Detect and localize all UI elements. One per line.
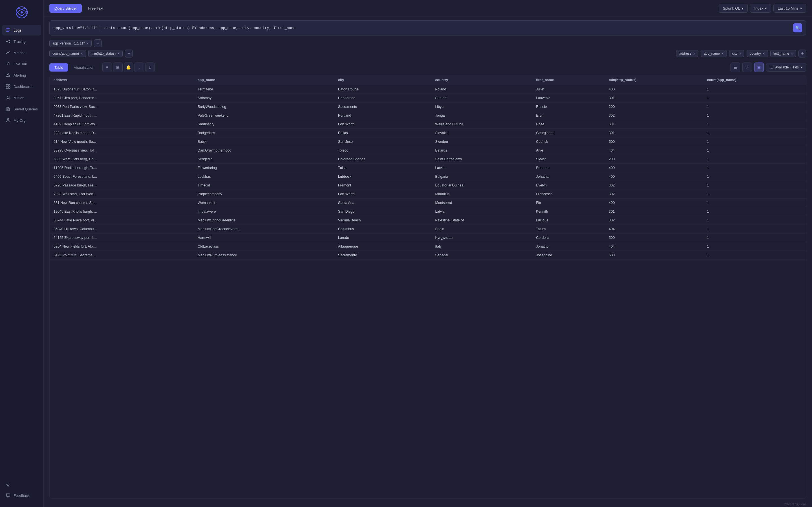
filter-group1-add[interactable]: + [94,40,102,47]
available-fields-button[interactable]: ☰ Available Fields ▾ [766,63,806,71]
bell-icon: 🔔 [126,65,131,69]
sidebar-theme[interactable] [2,480,41,490]
table-row: 5495 Point furt, Sacrame...MediumPurplea… [50,251,806,260]
filter-group3: address × app_name × city × country × fi… [676,50,806,57]
col-header-count-app-name: count(app_name) [703,75,806,85]
sidebar-item-metrics[interactable]: Metrics [2,47,41,58]
table-row: 5204 New Fields furt, Alb...OldLaceclass… [50,242,806,251]
search-submit-button[interactable]: 🔍 [793,23,802,33]
filter-tag-city-close[interactable]: × [739,52,741,55]
table-toolbar: Table Visualization ≡ ⊞ 🔔 ↓ [49,60,806,75]
available-fields-label: Available Fields [775,65,799,69]
free-text-button[interactable]: Free Text [83,4,108,13]
sidebar-item-my-org-label: My Org [13,118,26,122]
index-button[interactable]: Index ▾ [750,4,771,13]
sidebar-item-alerting[interactable]: Alerting [2,70,41,80]
sidebar-feedback[interactable]: Feedback [2,491,41,500]
filter-tag-city-label: city [732,52,737,55]
logo-container [0,3,43,25]
col-header-address: address [50,75,194,85]
filter-tag-first-name-close[interactable]: × [791,52,793,55]
table-row: 228 Lake Knolls mouth, D...BadgerkissDal… [50,129,806,137]
filter-tag-count-label: count(app_name) [52,52,79,55]
sidebar: Logs Tracing Metrics Live Tail Alerting [0,0,44,507]
col-header-first-name: first_name [532,75,605,85]
svg-point-22 [7,484,9,486]
filter-tag-min-close[interactable]: × [117,52,119,55]
svg-rect-16 [6,87,8,89]
tab-table[interactable]: Table [49,63,68,71]
info-icon: ℹ [149,65,151,69]
query-builder-button[interactable]: Query Builder [49,4,82,13]
filter-tag-country-close[interactable]: × [763,52,765,55]
col-header-min-http-status: min(http_status) [605,75,703,85]
toolbar-icon-list[interactable]: ≡ [102,62,112,72]
tab-visualization[interactable]: Visualization [69,63,100,71]
toolbar-icon-info[interactable]: ℹ [145,62,155,72]
index-chevron-icon: ▾ [765,6,767,10]
table-header-row: address app_name city country first_name… [50,75,806,85]
filter-tag-app-name-close[interactable]: × [721,52,724,55]
time-range-button[interactable]: Last 15 Mins ▾ [773,4,806,13]
svg-rect-17 [8,87,10,89]
table-icon: ⊟ [757,65,761,69]
grid-icon: ⊞ [116,65,119,69]
toolbar-icon-bell[interactable]: 🔔 [124,62,133,72]
table-row: 214 New View mouth, Sa...BatskiSan JoseS… [50,137,806,146]
table-row: 4109 Camp shire, Fort Wo...SardinecryFor… [50,120,806,129]
sidebar-item-tracing[interactable]: Tracing [2,36,41,47]
svg-rect-6 [6,31,9,32]
results-table: address app_name city country first_name… [50,75,806,260]
svg-point-8 [9,40,10,41]
sidebar-item-saved-queries[interactable]: Saved Queries [2,104,41,114]
sidebar-item-logs[interactable]: Logs [2,25,41,36]
table-row: 7928 Wall stad, Fort Wort...Purplecompan… [50,190,806,199]
sidebar-item-dashboards[interactable]: Dashboards [2,81,41,92]
copyright-text: 2023 © SigLens [784,503,806,506]
table-row: 361 New Run chester, Sa...WomanknitSanta… [50,199,806,207]
svg-point-3 [20,11,23,13]
my-org-icon [6,118,11,123]
main-content: Query Builder Free Text Splunk QL ▾ Inde… [44,0,812,507]
sidebar-item-minion[interactable]: Minion [2,93,41,103]
table-row: 19045 East Knolls burgh, ...ImpalawereSa… [50,207,806,216]
svg-point-18 [7,96,9,98]
toolbar-icon-download[interactable]: ↓ [135,62,144,72]
minion-icon [6,95,11,100]
svg-rect-15 [8,84,10,86]
filter-tag-address-close[interactable]: × [693,52,695,55]
filter-tag-app-version-close[interactable]: × [86,41,89,45]
sidebar-item-my-org[interactable]: My Org [2,115,41,126]
svg-point-7 [6,41,7,42]
metrics-icon [6,50,11,55]
filter-group2-add[interactable]: + [125,50,133,57]
footer: 2023 © SigLens [44,501,812,507]
sidebar-item-minion-label: Minion [13,96,24,100]
filter-tag-count-close[interactable]: × [81,52,83,55]
table-row: 5728 Passage burgh, Fre...TimedidFremont… [50,181,806,190]
toolbar-icon-cols[interactable]: ⇌ [742,62,752,72]
filter-row-1: app_version="1.1.11" × + [49,40,806,47]
header-right: Splunk QL ▾ Index ▾ Last 15 Mins ▾ [719,4,806,13]
table-wrapper: address app_name city country first_name… [49,75,806,499]
sidebar-feedback-label: Feedback [13,494,30,498]
logs-icon [6,27,11,33]
svg-line-11 [7,41,9,43]
table-row: 11205 Radial borough, Tu...FlowerbeingTu… [50,164,806,172]
svg-rect-14 [6,84,8,86]
sidebar-item-tracing-label: Tracing [13,40,26,44]
toolbar-icon-grid[interactable]: ⊞ [113,62,123,72]
sidebar-item-saved-queries-label: Saved Queries [13,107,38,111]
toolbar-icon-table-active[interactable]: ⊟ [754,62,764,72]
siglens-logo [15,6,29,19]
toolbar-icon-rows[interactable]: ☰ [730,62,740,72]
filter-group3-add[interactable]: + [799,50,806,57]
sidebar-item-livetail[interactable]: Live Tail [2,59,41,69]
filter-tag-count-app-name: count(app_name) × [49,50,86,57]
search-input[interactable] [54,26,790,30]
sidebar-item-dashboards-label: Dashboards [13,84,33,89]
toolbar-right: ☰ ⇌ ⊟ ☰ Available Fields ▾ [730,62,806,72]
toolbar-icons: ≡ ⊞ 🔔 ↓ ℹ [102,62,155,72]
saved-queries-icon [6,107,11,112]
splunk-ql-button[interactable]: Splunk QL ▾ [719,4,748,13]
